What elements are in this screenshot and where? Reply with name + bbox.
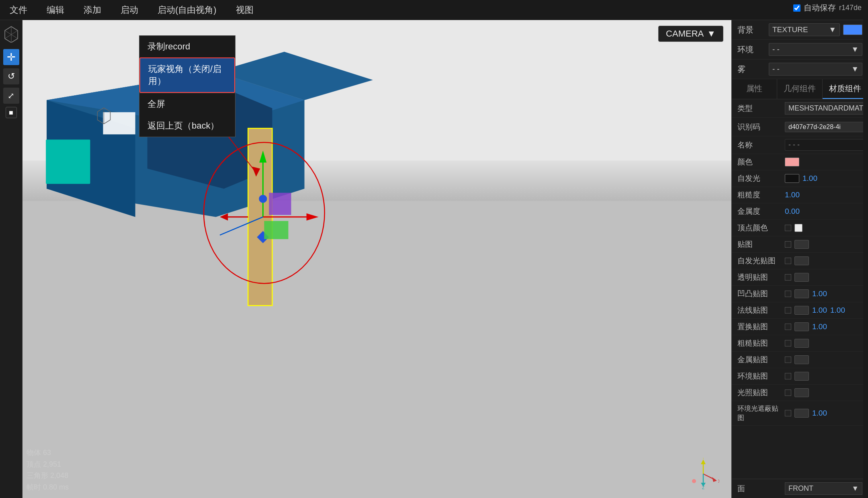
- add-tool-button[interactable]: ✛: [3, 49, 19, 65]
- menu-item-add[interactable]: 添加: [80, 2, 104, 18]
- undo-tool-button[interactable]: ↺: [3, 68, 19, 84]
- prop-color-label: 颜色: [737, 157, 782, 167]
- prop-ao-map-row: 环境光遮蔽贴图 1.00: [732, 401, 868, 426]
- environment-label: 环境: [737, 44, 766, 55]
- face-select[interactable]: FRONT▼: [785, 482, 862, 495]
- prop-metalness-label: 金属度: [737, 206, 782, 217]
- prop-bump-map-row: 凹凸贴图 1.00: [732, 286, 868, 302]
- prop-normal-map-swatch[interactable]: [794, 306, 809, 315]
- prop-normal-map-check[interactable]: [785, 307, 791, 314]
- svg-rect-23: [264, 221, 288, 239]
- environment-select[interactable]: - -▼: [769, 43, 862, 56]
- prop-displace-map-check[interactable]: [785, 324, 791, 330]
- prop-emissive-color[interactable]: [785, 174, 799, 183]
- prop-ao-map-value: 1.00: [812, 409, 827, 418]
- prop-displace-map-label: 置换贴图: [737, 322, 782, 332]
- svg-rect-24: [269, 193, 291, 215]
- prop-alpha-map-row: 透明贴图: [732, 269, 868, 286]
- frametime: 帧时 0.80 ms: [27, 482, 69, 493]
- prop-env-map-row: 环境贴图: [732, 368, 868, 385]
- prop-ao-map-check[interactable]: [785, 410, 791, 416]
- svg-marker-36: [712, 477, 717, 482]
- camera-dropdown[interactable]: CAMERA ▼: [658, 26, 723, 42]
- prop-env-map-check[interactable]: [785, 373, 791, 379]
- prop-id-input[interactable]: [785, 122, 868, 132]
- expand-tool-button[interactable]: ⤢: [3, 88, 19, 104]
- autosave-checkbox[interactable]: [793, 4, 800, 12]
- prop-emissive-label: 自发光: [737, 173, 782, 184]
- prop-bump-map-value: 1.00: [812, 289, 827, 298]
- player-view-item[interactable]: 玩家视角（关闭/启用）: [139, 57, 235, 93]
- prop-rough-map-swatch[interactable]: [794, 339, 809, 348]
- 3d-axis-icon: [2, 25, 20, 43]
- prop-color-swatch[interactable]: [785, 158, 799, 166]
- svg-marker-33: [701, 459, 706, 464]
- background-select[interactable]: TEXTURE▼: [769, 23, 840, 36]
- prop-emissive-row: 自发光 1.00: [732, 170, 868, 187]
- prop-rough-map-row: 粗糙贴图: [732, 335, 868, 352]
- prop-normal-map-row: 法线贴图 1.00 1.00: [732, 302, 868, 319]
- prop-type-row: 类型 MESHSTANDARDMAT▼: [732, 99, 868, 118]
- svg-point-41: [692, 479, 696, 483]
- svg-rect-11: [46, 139, 90, 184]
- prop-ao-map-swatch[interactable]: [794, 409, 809, 418]
- prop-displace-map-swatch[interactable]: [794, 322, 809, 331]
- object-count: 物体 63: [27, 447, 69, 459]
- prop-bump-map-check[interactable]: [785, 291, 791, 297]
- prop-type-label: 类型: [737, 103, 782, 114]
- menu-item-file[interactable]: 文件: [6, 2, 31, 18]
- prop-roughness-label: 粗糙度: [737, 190, 782, 200]
- prop-metal-map-check[interactable]: [785, 357, 791, 363]
- prop-rough-map-check[interactable]: [785, 340, 791, 346]
- svg-text:Y: Y: [702, 458, 705, 459]
- menu-item-view[interactable]: 视图: [233, 2, 257, 18]
- prop-env-map-swatch[interactable]: [794, 372, 809, 381]
- prop-name-input[interactable]: [785, 139, 868, 151]
- prop-map-swatch[interactable]: [794, 240, 809, 249]
- prop-alpha-map-check[interactable]: [785, 274, 791, 281]
- axis-gizmo: Y X Z: [687, 458, 719, 490]
- background-color-swatch[interactable]: [843, 25, 862, 35]
- prop-light-map-swatch[interactable]: [794, 388, 809, 397]
- fog-select[interactable]: - -▼: [769, 63, 862, 76]
- record-item[interactable]: 录制record: [139, 36, 235, 57]
- tab-material[interactable]: 材质组件: [823, 79, 868, 99]
- svg-point-21: [259, 195, 267, 203]
- prop-metalness-value: 0.00: [785, 207, 800, 216]
- menu-item-edit[interactable]: 编辑: [43, 2, 68, 18]
- prop-emissive-map-check[interactable]: [785, 258, 791, 264]
- status-bar: 物体 63 顶点 2,951 三角形 2,048 帧时 0.80 ms: [27, 447, 69, 493]
- prop-metal-map-swatch[interactable]: [794, 355, 809, 364]
- prop-vertex-color-swatch[interactable]: [794, 224, 802, 232]
- prop-emissive-map-swatch[interactable]: [794, 256, 809, 265]
- environment-row: 环境 - -▼: [732, 40, 868, 59]
- prop-ao-map-label: 环境光遮蔽贴图: [737, 404, 782, 422]
- prop-normal-map-value1: 1.00: [812, 306, 827, 315]
- vertex-count: 顶点 2,951: [27, 459, 69, 470]
- tab-geometry[interactable]: 几何组件: [777, 79, 823, 99]
- prop-displace-map-value: 1.00: [812, 322, 827, 331]
- menu-item-free-view[interactable]: 启动(自由视角): [154, 2, 220, 18]
- prop-vertex-color-check[interactable]: [785, 225, 791, 231]
- prop-normal-map-label: 法线贴图: [737, 305, 782, 316]
- prop-type-select[interactable]: MESHSTANDARDMAT▼: [785, 102, 868, 115]
- fullscreen-item[interactable]: 全屏: [139, 93, 235, 115]
- prop-emissive-map-row: 自发光贴图: [732, 253, 868, 269]
- prop-bump-map-swatch[interactable]: [794, 289, 809, 298]
- prop-map-check[interactable]: [785, 241, 791, 248]
- fog-label: 雾: [737, 64, 766, 75]
- prop-name-row: 名称: [732, 136, 868, 154]
- prop-light-map-check[interactable]: [785, 389, 791, 396]
- prop-metal-map-row: 金属贴图: [732, 352, 868, 368]
- svg-rect-4: [23, 173, 731, 498]
- prop-alpha-map-swatch[interactable]: [794, 273, 809, 282]
- menu-item-start[interactable]: 启动: [117, 2, 141, 18]
- scroll-indicator[interactable]: [863, 20, 868, 498]
- stop-tool-button[interactable]: ■: [6, 107, 17, 118]
- back-item[interactable]: 返回上页（back）: [139, 115, 235, 137]
- prop-id-label: 识别码: [737, 122, 782, 132]
- fog-row: 雾 - -▼: [732, 59, 868, 79]
- prop-id-row: 识别码 更新: [732, 118, 868, 136]
- tab-properties[interactable]: 属性: [732, 79, 777, 99]
- prop-normal-map-value2: 1.00: [830, 306, 845, 315]
